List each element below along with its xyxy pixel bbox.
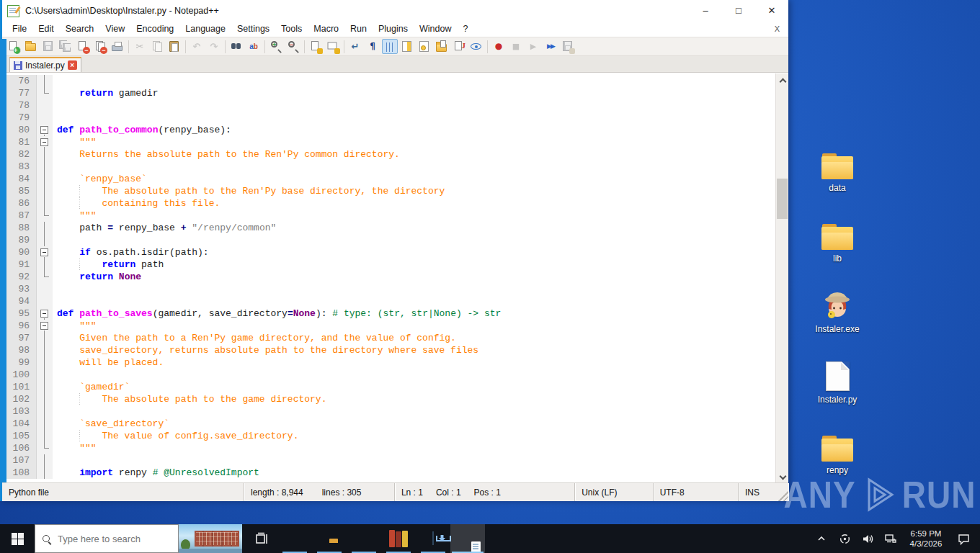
taskbar-search[interactable] bbox=[35, 524, 179, 553]
save-button[interactable] bbox=[40, 39, 56, 54]
code-line: 96 """ bbox=[6, 320, 775, 332]
menu-window[interactable]: Window bbox=[414, 22, 457, 37]
scroll-up-icon[interactable] bbox=[780, 78, 785, 84]
find-button[interactable] bbox=[228, 39, 244, 54]
monitoring-button[interactable] bbox=[468, 39, 484, 54]
menu-run[interactable]: Run bbox=[344, 22, 373, 37]
taskbar: 6:59 PM 4/3/2026 bbox=[0, 524, 980, 553]
close-file-button[interactable]: − bbox=[75, 39, 91, 54]
taskbar-app-firefox[interactable] bbox=[347, 524, 381, 553]
tray-recorder-icon[interactable] bbox=[834, 524, 855, 553]
code-text: return gamedir bbox=[53, 87, 775, 99]
news-interest-widget[interactable] bbox=[179, 524, 242, 553]
taskbar-app-notepad-plus-plus[interactable] bbox=[450, 524, 485, 553]
menu-encoding[interactable]: Encoding bbox=[130, 22, 179, 37]
fold-collapse-icon[interactable] bbox=[37, 246, 53, 258]
minimize-button[interactable]: – bbox=[689, 0, 722, 22]
close-all-files-button[interactable]: − bbox=[92, 39, 108, 54]
menu-file[interactable]: File bbox=[6, 22, 32, 37]
save-recorded-macro-button[interactable] bbox=[560, 39, 576, 54]
start-recording-button[interactable]: ● bbox=[491, 39, 507, 54]
line-number: 94 bbox=[6, 295, 37, 307]
undo-button[interactable]: ↶ bbox=[189, 39, 205, 54]
fold-collapse-icon[interactable] bbox=[37, 136, 53, 148]
code-editor[interactable]: 7677 return gamedir787980def path_to_com… bbox=[2, 73, 788, 482]
menu-plugins[interactable]: Plugins bbox=[373, 22, 414, 37]
show-all-characters-button[interactable]: ¶ bbox=[365, 39, 380, 54]
document-map-button[interactable] bbox=[399, 39, 415, 54]
redo-button[interactable]: ↷ bbox=[206, 39, 222, 54]
maximize-button[interactable]: □ bbox=[722, 0, 755, 22]
new-file-button[interactable]: + bbox=[6, 39, 22, 54]
word-wrap-button[interactable]: ↵ bbox=[347, 39, 363, 54]
desktop-icon-instaler-exe[interactable]: Instaler.exe bbox=[804, 287, 870, 349]
show-indent-guide-button[interactable] bbox=[382, 39, 398, 54]
tab-instaler-py[interactable]: Instaler.py × bbox=[9, 57, 81, 72]
resize-grip[interactable] bbox=[778, 491, 788, 501]
stop-recording-button[interactable]: ■ bbox=[508, 39, 524, 54]
code-line: 105 The value of config.save_directory. bbox=[6, 430, 775, 442]
sync-vertical-scroll-button[interactable] bbox=[308, 39, 324, 54]
menu-language[interactable]: Language bbox=[179, 22, 231, 37]
run-macro-multiple-button[interactable]: ▶▶ bbox=[543, 39, 558, 54]
sync-horizontal-scroll-button[interactable] bbox=[325, 39, 341, 54]
winrar-icon bbox=[389, 530, 408, 547]
vertical-scrollbar[interactable] bbox=[775, 73, 788, 482]
taskbar-app-winrar[interactable] bbox=[381, 524, 416, 553]
anyrun-brand-right: RUN bbox=[902, 473, 976, 516]
save-all-button[interactable] bbox=[58, 39, 74, 54]
taskbar-app-installer[interactable] bbox=[416, 524, 450, 553]
copy-button[interactable] bbox=[149, 39, 165, 54]
code-line: 95def path_to_saves(gamedir, save_direct… bbox=[6, 307, 775, 320]
document-list-button[interactable]: J bbox=[451, 39, 467, 54]
volume-icon[interactable] bbox=[858, 524, 878, 553]
scrollbar-thumb[interactable] bbox=[777, 179, 788, 219]
status-eol-format[interactable]: Unix (LF) bbox=[582, 487, 617, 498]
fold-collapse-icon[interactable] bbox=[37, 124, 53, 136]
network-icon[interactable] bbox=[881, 524, 901, 553]
title-bar[interactable]: C:\Users\admin\Desktop\Instaler.py - Not… bbox=[2, 0, 788, 22]
desktop-icon-renpy[interactable]: renpy bbox=[804, 428, 870, 490]
code-line: 79 bbox=[6, 112, 775, 124]
fold-collapse-icon[interactable] bbox=[37, 307, 53, 320]
task-view-icon bbox=[254, 531, 269, 546]
menu-macro[interactable]: Macro bbox=[308, 22, 344, 37]
start-button[interactable] bbox=[0, 524, 35, 553]
action-center-button[interactable] bbox=[951, 524, 976, 553]
menu-edit[interactable]: Edit bbox=[32, 22, 60, 37]
print-button[interactable] bbox=[110, 39, 125, 54]
taskbar-app-file-explorer[interactable] bbox=[312, 524, 347, 553]
taskbar-clock[interactable]: 6:59 PM 4/3/2026 bbox=[904, 529, 948, 549]
menu-view[interactable]: View bbox=[99, 22, 130, 37]
line-number: 107 bbox=[6, 454, 37, 467]
scroll-down-icon[interactable] bbox=[780, 474, 785, 480]
tray-chevron-up-icon[interactable] bbox=[811, 524, 832, 553]
menu-search[interactable]: Search bbox=[60, 22, 100, 37]
desktop-icon-data[interactable]: data bbox=[804, 146, 870, 207]
open-file-button[interactable] bbox=[23, 39, 39, 54]
folder-as-workspace-button[interactable] bbox=[434, 39, 450, 54]
playback-macro-button[interactable]: ▶ bbox=[525, 39, 541, 54]
fold-collapse-icon[interactable] bbox=[37, 320, 53, 332]
task-view-button[interactable] bbox=[246, 524, 277, 553]
desktop-icon-instaler-py[interactable]: Instaler.py bbox=[804, 358, 870, 419]
menu-close-document-button[interactable]: X bbox=[772, 22, 783, 37]
taskbar-app-edge[interactable] bbox=[277, 524, 312, 553]
paste-button[interactable] bbox=[166, 39, 182, 54]
status-encoding[interactable]: UTF-8 bbox=[660, 487, 685, 498]
menu-settings[interactable]: Settings bbox=[231, 22, 275, 37]
clock-date: 4/3/2026 bbox=[904, 539, 948, 549]
function-list-button[interactable] bbox=[416, 39, 432, 54]
code-line: 94 bbox=[6, 295, 775, 307]
menu-tools[interactable]: Tools bbox=[275, 22, 308, 37]
menu-help[interactable]: ? bbox=[457, 22, 473, 37]
desktop-icon-lib[interactable]: lib bbox=[804, 217, 870, 278]
zoom-out-button[interactable]: − bbox=[285, 39, 301, 54]
zoom-in-button[interactable]: + bbox=[268, 39, 284, 54]
replace-button[interactable]: ab bbox=[246, 39, 262, 54]
status-typing-mode[interactable]: INS bbox=[745, 487, 760, 498]
tab-close-icon[interactable]: × bbox=[68, 60, 77, 70]
search-input[interactable] bbox=[56, 533, 157, 545]
close-button[interactable]: ✕ bbox=[755, 0, 788, 22]
cut-button[interactable]: ✂ bbox=[132, 39, 148, 54]
